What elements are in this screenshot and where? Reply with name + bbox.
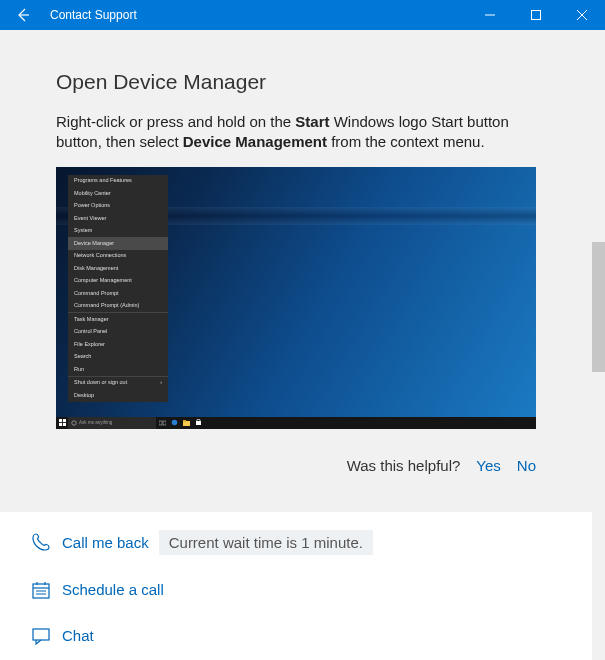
taskbar-search: Ask me anything [68, 417, 156, 429]
embedded-screenshot: Programs and Features Mobility Center Po… [56, 167, 536, 429]
svg-rect-14 [196, 421, 201, 425]
feedback-no-link[interactable]: No [517, 457, 536, 474]
window-title: Contact Support [46, 8, 137, 22]
option-call-back[interactable]: Call me back Current wait time is 1 minu… [30, 518, 562, 567]
chat-label: Chat [62, 627, 94, 644]
task-view-icon [156, 417, 168, 429]
menu-item-highlighted: Device Manager [68, 237, 168, 250]
search-placeholder: Ask me anything [79, 420, 112, 425]
menu-item: Network Connections [68, 250, 168, 263]
taskbar: Ask me anything [56, 417, 536, 429]
cortana-icon [71, 420, 77, 426]
instruction-text-3: from the context menu. [327, 133, 485, 150]
instruction-bold-1: Start [295, 113, 329, 130]
feedback-yes-link[interactable]: Yes [476, 457, 500, 474]
instruction-text-1: Right-click or press and hold on the [56, 113, 295, 130]
menu-item: Run [68, 363, 168, 376]
svg-rect-21 [33, 629, 49, 640]
article-instruction: Right-click or press and hold on the Sta… [56, 112, 536, 153]
close-icon [577, 10, 587, 20]
menu-item: Command Prompt [68, 287, 168, 300]
wait-time-badge: Current wait time is 1 minute. [159, 530, 373, 555]
calendar-icon [30, 579, 52, 601]
windows-logo-icon [59, 419, 66, 426]
start-button [56, 417, 68, 429]
svg-rect-4 [59, 419, 62, 422]
menu-item: Power Options [68, 200, 168, 213]
menu-item: Task Manager [68, 313, 168, 326]
minimize-button[interactable] [467, 0, 513, 30]
menu-item: Search [68, 351, 168, 364]
content-area: Open Device Manager Right-click or press… [0, 30, 592, 660]
feedback-question: Was this helpful? [347, 457, 461, 474]
menu-item: Desktop [68, 389, 168, 402]
svg-rect-10 [163, 421, 166, 425]
menu-item: Programs and Features [68, 175, 168, 188]
feedback-row: Was this helpful? Yes No [56, 457, 536, 474]
chat-icon [30, 625, 52, 647]
edge-icon [168, 417, 180, 429]
svg-rect-5 [62, 419, 65, 422]
arrow-left-icon [15, 7, 31, 23]
menu-item: File Explorer [68, 338, 168, 351]
article-heading: Open Device Manager [56, 70, 536, 94]
call-back-label: Call me back [62, 534, 149, 551]
maximize-button[interactable] [513, 0, 559, 30]
store-icon [192, 417, 204, 429]
svg-rect-6 [59, 423, 62, 426]
help-article: Open Device Manager Right-click or press… [30, 48, 562, 492]
menu-item: Event Viewer [68, 212, 168, 225]
back-button[interactable] [0, 0, 46, 30]
menu-item: Mobility Center [68, 187, 168, 200]
menu-item-submenu: Shut down or sign out› [68, 377, 168, 390]
close-button[interactable] [559, 0, 605, 30]
maximize-icon [531, 10, 541, 20]
support-options: Call me back Current wait time is 1 minu… [0, 512, 592, 661]
titlebar: Contact Support [0, 0, 605, 30]
menu-item: Computer Management [68, 275, 168, 288]
scrollbar-thumb[interactable] [592, 242, 605, 372]
option-schedule[interactable]: Schedule a call [30, 567, 562, 613]
chevron-right-icon: › [160, 380, 162, 385]
svg-rect-9 [159, 421, 162, 425]
svg-point-8 [72, 420, 76, 424]
option-chat[interactable]: Chat [30, 613, 562, 659]
minimize-icon [485, 10, 495, 20]
menu-item: Disk Management [68, 262, 168, 275]
window-controls [467, 0, 605, 30]
svg-rect-1 [532, 11, 541, 20]
start-context-menu: Programs and Features Mobility Center Po… [68, 175, 168, 402]
schedule-label: Schedule a call [62, 581, 164, 598]
menu-item-label: Shut down or sign out [74, 379, 127, 385]
file-explorer-icon [180, 417, 192, 429]
menu-item: Command Prompt (Admin) [68, 300, 168, 313]
instruction-bold-2: Device Management [183, 133, 327, 150]
menu-item: Control Panel [68, 326, 168, 339]
svg-rect-7 [62, 423, 65, 426]
menu-item: System [68, 225, 168, 238]
svg-point-11 [171, 420, 177, 426]
svg-rect-13 [183, 420, 186, 422]
phone-icon [30, 531, 52, 553]
